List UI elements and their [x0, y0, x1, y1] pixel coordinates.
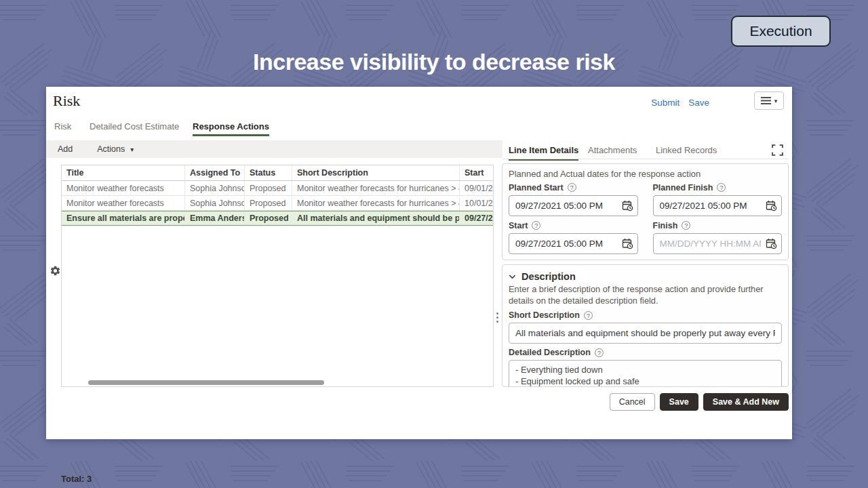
calendar-clock-icon[interactable] [766, 200, 777, 211]
actions-menu-button[interactable]: Actions ▾ [97, 144, 134, 154]
slide-title: Increase visibility to decrease risk [0, 49, 868, 75]
save-and-add-new-button[interactable]: Save & Add New [703, 393, 789, 411]
gear-icon[interactable] [50, 265, 61, 277]
table-total: Total: 3 [61, 474, 92, 484]
cell-assigned-to: Emma Anderson [185, 211, 245, 225]
app-window: Risk Submit Save ▾ Risk Detailed Cost Es… [46, 87, 792, 439]
tab-line-item-details[interactable]: Line Item Details [509, 145, 578, 155]
cell-assigned-to: Sophia Johnson [185, 181, 245, 195]
description-section-heading: Description [521, 271, 576, 282]
detailed-description-label: Detailed Description ? [509, 346, 782, 359]
table-row[interactable]: Monitor weather forecasts Sophia Johnson… [62, 181, 493, 196]
response-actions-table: Title Assigned To Status Short Descripti… [61, 165, 494, 387]
cell-title: Ensure all materials are proper... [62, 211, 185, 225]
calendar-clock-icon[interactable] [766, 238, 777, 249]
short-description-input[interactable] [509, 323, 782, 344]
active-tab-underline [509, 159, 578, 161]
cell-status: Proposed [245, 181, 292, 195]
chevron-down-icon[interactable] [509, 273, 516, 281]
tab-detailed-cost-estimate[interactable]: Detailed Cost Estimate [90, 121, 179, 131]
phase-badge-label: Execution [749, 23, 812, 39]
tab-attachments[interactable]: Attachments [588, 145, 637, 155]
submit-button[interactable]: Submit [651, 98, 679, 108]
overflow-menu-button[interactable]: ▾ [754, 92, 784, 110]
cell-short-description: Monitor weather forecasts for hurricanes… [292, 181, 460, 195]
help-icon[interactable]: ? [717, 183, 726, 192]
actions-menu-label: Actions [97, 144, 125, 154]
planned-finish-field [653, 195, 783, 216]
planned-start-field [509, 195, 638, 216]
header-actions: Submit Save [651, 98, 709, 108]
chevron-down-icon: ▾ [130, 146, 134, 153]
table-header-row: Title Assigned To Status Short Descripti… [62, 165, 493, 181]
table-row-selected[interactable]: Ensure all materials are proper... Emma … [62, 211, 493, 226]
column-header-status[interactable]: Status [245, 165, 292, 180]
main-tab-bar: Risk Detailed Cost Estimate Response Act… [46, 118, 792, 138]
cell-status: Proposed [245, 196, 292, 210]
cell-assigned-to: Sophia Johnson [185, 196, 245, 210]
add-button[interactable]: Add [58, 144, 73, 154]
planned-finish-label: Planned Finish ? [653, 182, 783, 193]
active-tab-underline [193, 134, 269, 136]
help-icon[interactable]: ? [584, 311, 593, 320]
help-icon[interactable]: ? [595, 348, 604, 357]
column-header-title[interactable]: Title [62, 165, 185, 180]
column-header-short-description[interactable]: Short Description [292, 165, 460, 180]
planned-start-input[interactable] [509, 195, 638, 216]
presentation-slide: Execution Increase visibility to decreas… [0, 0, 868, 488]
dates-section: Planned and Actual dates for the respons… [502, 163, 789, 260]
help-icon[interactable]: ? [568, 183, 576, 192]
tab-linked-records[interactable]: Linked Records [656, 145, 717, 155]
save-button[interactable]: Save [660, 393, 698, 411]
description-section: Description Enter a brief description of… [502, 264, 789, 387]
hamburger-icon [761, 97, 771, 104]
start-input[interactable] [509, 233, 638, 254]
response-actions-pane: Add Actions ▾ Title Assigned To Status S… [46, 140, 502, 439]
planned-start-label: Planned Start ? [509, 182, 638, 193]
finish-input[interactable] [653, 233, 783, 254]
details-tab-bar: Line Item Details Attachments Linked Rec… [502, 140, 789, 159]
horizontal-scrollbar[interactable] [88, 380, 324, 385]
save-link-button[interactable]: Save [688, 98, 709, 108]
chevron-down-icon: ▾ [774, 98, 778, 104]
planned-finish-input[interactable] [653, 195, 783, 216]
grid-toolbar: Add Actions ▾ [46, 140, 502, 158]
line-item-details-pane: Line Item Details Attachments Linked Rec… [502, 140, 792, 439]
cell-short-description: All materials and equipment should be pr… [292, 211, 460, 225]
cell-title: Monitor weather forecasts [62, 181, 185, 195]
cell-status: Proposed [245, 211, 292, 225]
description-helper-text: Enter a brief description of the respons… [509, 284, 782, 306]
help-icon[interactable]: ? [682, 221, 690, 230]
cell-start: 09/01/2 [460, 181, 493, 195]
help-icon[interactable]: ? [532, 221, 540, 230]
tab-line-item-details-label: Line Item Details [509, 145, 578, 155]
form-action-buttons: Cancel Save Save & Add New [502, 393, 789, 411]
detailed-description-input[interactable]: - Everything tied down - Equipment locke… [509, 360, 782, 387]
start-label: Start ? [509, 220, 638, 231]
tab-response-actions-label: Response Actions [193, 121, 269, 131]
cell-start: 10/01/2 [460, 196, 493, 210]
column-header-assigned-to[interactable]: Assigned To [185, 165, 245, 180]
tab-risk[interactable]: Risk [54, 121, 71, 131]
calendar-clock-icon[interactable] [622, 238, 633, 249]
expand-icon[interactable] [772, 144, 783, 156]
table-row[interactable]: Monitor weather forecasts Sophia Johnson… [62, 196, 493, 211]
pane-resize-handle[interactable] [495, 310, 499, 325]
page-title: Risk [53, 92, 80, 110]
tab-response-actions[interactable]: Response Actions [193, 121, 269, 131]
finish-field [653, 233, 783, 254]
short-description-label: Short Description ? [509, 309, 782, 321]
cancel-button[interactable]: Cancel [610, 393, 655, 411]
cell-start: 09/27/2 [460, 211, 493, 225]
cell-short-description: Monitor weather forecasts for hurricanes… [292, 196, 460, 210]
column-header-start[interactable]: Start [460, 165, 493, 180]
phase-badge: Execution [731, 16, 831, 47]
start-field [509, 233, 638, 254]
dates-section-heading: Planned and Actual dates for the respons… [509, 169, 782, 179]
cell-title: Monitor weather forecasts [62, 196, 185, 210]
finish-label: Finish ? [653, 220, 783, 231]
calendar-clock-icon[interactable] [622, 200, 633, 211]
